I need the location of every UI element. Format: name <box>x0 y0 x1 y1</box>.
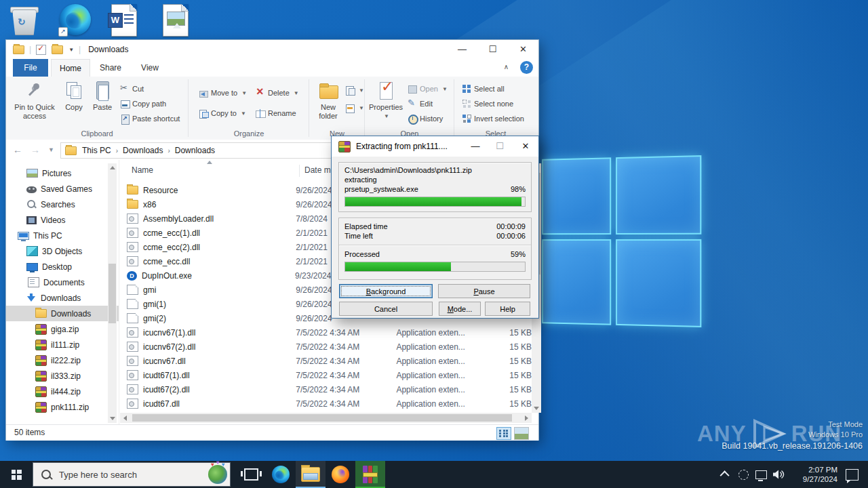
close-button[interactable]: ✕ <box>508 40 538 59</box>
action-center-button[interactable] <box>846 469 859 481</box>
sidebar-scrollbar[interactable] <box>108 163 117 423</box>
sidebar-item-downloads[interactable]: Downloads <box>6 306 119 321</box>
select-all-button[interactable]: Select all <box>462 82 505 96</box>
move-to-button[interactable]: Move to▼ <box>199 86 247 100</box>
file-row-icucnv67-dll[interactable]: icucnv67.dll7/5/2022 4:34 AMApplication … <box>120 354 532 368</box>
dialog-minimize-button[interactable]: — <box>464 136 487 157</box>
collapse-ribbon-chevron-icon[interactable]: ∧ <box>504 63 509 70</box>
file-row-icudt67-2-dll[interactable]: icudt67(2).dll7/5/2022 4:34 AMApplicatio… <box>120 382 532 396</box>
sidebar-item-searches[interactable]: Searches <box>6 197 119 212</box>
recent-locations-chevron-icon[interactable]: ▼ <box>48 146 54 153</box>
cancel-button[interactable]: Cancel <box>339 302 433 316</box>
paste-shortcut-button[interactable]: Paste shortcut <box>120 112 180 125</box>
paste-button[interactable]: Paste <box>89 81 116 112</box>
details-view-button[interactable] <box>496 427 511 440</box>
sidebar-item-downloads[interactable]: Downloads <box>6 290 119 306</box>
help-button[interactable]: ? <box>520 61 533 74</box>
file-explorer-taskbar-button[interactable] <box>296 461 326 488</box>
scrollbar-thumb[interactable] <box>108 264 116 323</box>
mode-button[interactable]: Mode... <box>439 302 481 316</box>
qat-properties-icon[interactable] <box>36 45 46 55</box>
file-row-icucnv67-2-dll[interactable]: icucnv67(2).dll7/5/2022 4:34 AMApplicati… <box>120 340 532 354</box>
tray-expand-button[interactable] <box>717 461 734 488</box>
sidebar-item-il222-zip[interactable]: il222.zip <box>6 352 119 368</box>
properties-button[interactable]: Properties ▼ <box>368 81 403 121</box>
breadcrumb-downloads[interactable]: Downloads <box>123 146 163 155</box>
delete-button[interactable]: Delete▼ <box>256 86 299 100</box>
sidebar-item-il111-zip[interactable]: il111.zip <box>6 337 119 352</box>
new-item-button[interactable]: ▼ <box>345 83 364 97</box>
copy-to-button[interactable]: Copy to▼ <box>199 106 246 120</box>
explorer-titlebar[interactable]: | ▼ | Downloads — ☐ ✕ <box>6 40 538 59</box>
forward-button[interactable]: → <box>31 144 40 155</box>
copy-path-button[interactable]: Copy path <box>120 97 166 110</box>
scrollbar-thumb[interactable] <box>132 414 512 422</box>
scroll-down-arrow-icon[interactable] <box>534 407 539 410</box>
open-button[interactable]: Open▼ <box>408 82 448 96</box>
tray-status-button[interactable] <box>734 461 752 488</box>
file-row-icudt67-1-dll[interactable]: icudt67(1).dll7/5/2022 4:34 AMApplicatio… <box>120 368 532 382</box>
sidebar-item-pnk111-zip[interactable]: pnk111.zip <box>6 399 119 415</box>
dialog-titlebar[interactable]: Extracting from pnk111.... — ☐ ✕ <box>332 136 538 157</box>
winrar-taskbar-button[interactable] <box>355 461 385 488</box>
maximize-button[interactable]: ☐ <box>477 40 508 59</box>
easy-access-button[interactable]: ▼ <box>345 101 364 115</box>
qat-new-folder-icon[interactable] <box>52 45 63 54</box>
scroll-down-arrow-icon[interactable] <box>110 417 115 420</box>
horizontal-scrollbar[interactable] <box>120 413 532 423</box>
qat-customize-chevron-icon[interactable]: ▼ <box>68 47 74 53</box>
breadcrumb-this-pc[interactable]: This PC <box>82 146 111 155</box>
sidebar-item-il333-zip[interactable]: il333.zip <box>6 368 119 384</box>
search-input[interactable]: Type here to search ♥ ♥ ♥ <box>33 462 231 487</box>
edge-desktop-icon[interactable]: ↗ <box>60 4 91 35</box>
volume-button[interactable] <box>770 461 787 488</box>
select-none-button[interactable]: Select none <box>462 97 513 110</box>
background-button[interactable]: Background <box>339 284 433 298</box>
search-highlight-globe-icon[interactable]: ♥ ♥ ♥ <box>208 465 227 484</box>
clock[interactable]: 2:07 PM 9/27/2024 <box>787 465 840 484</box>
pin-to-quick-access-button[interactable]: Pin to Quick access <box>12 81 58 121</box>
history-button[interactable]: History <box>408 112 443 125</box>
pause-button[interactable]: Pause <box>438 284 530 298</box>
scroll-up-arrow-icon[interactable] <box>110 166 115 169</box>
tab-view[interactable]: View <box>132 59 167 77</box>
new-folder-button[interactable]: New folder <box>313 81 344 121</box>
dialog-maximize-button[interactable]: ☐ <box>488 136 511 157</box>
dialog-close-button[interactable]: ✕ <box>514 136 537 157</box>
minimize-button[interactable]: — <box>447 40 477 59</box>
sidebar-item-il444-zip[interactable]: il444.zip <box>6 384 119 399</box>
sidebar-item-this-pc[interactable]: This PC <box>6 228 118 243</box>
sidebar-item-giga-zip[interactable]: giga.zip <box>6 321 119 337</box>
back-button[interactable]: ← <box>13 144 22 155</box>
file-row-icudt67-dll[interactable]: icudt67.dll7/5/2022 4:34 AMApplication e… <box>120 396 532 411</box>
breadcrumb-downloads-2[interactable]: Downloads <box>175 146 215 155</box>
tab-file[interactable]: File <box>13 59 48 77</box>
scroll-left-arrow-icon[interactable] <box>123 415 127 421</box>
large-icons-view-button[interactable] <box>514 427 529 440</box>
sidebar-item-3d-objects[interactable]: 3D Objects <box>6 243 119 259</box>
task-view-button[interactable] <box>236 461 266 488</box>
start-button[interactable] <box>0 461 33 488</box>
sidebar-item-desktop[interactable]: Desktop <box>6 259 119 274</box>
sidebar-item-documents[interactable]: Documents <box>6 274 119 290</box>
firefox-taskbar-button[interactable] <box>326 461 355 488</box>
word-document-icon[interactable]: W <box>111 4 137 37</box>
help-button-dialog[interactable]: Help <box>485 302 530 316</box>
file-row-icucnv67-1-dll[interactable]: icucnv67(1).dll7/5/2022 4:34 AMApplicati… <box>120 325 532 340</box>
tab-home[interactable]: Home <box>51 59 90 77</box>
sidebar-item-pictures[interactable]: Pictures <box>6 165 119 181</box>
image-file-icon[interactable] <box>163 4 189 37</box>
sidebar-item-saved-games[interactable]: Saved Games <box>6 181 119 197</box>
invert-selection-button[interactable]: Invert selection <box>462 112 524 125</box>
scroll-right-arrow-icon[interactable] <box>525 415 528 421</box>
network-button[interactable] <box>752 461 770 488</box>
edit-button[interactable]: Edit <box>408 97 433 110</box>
sidebar-item-videos[interactable]: Videos <box>6 212 119 228</box>
column-divider[interactable] <box>299 165 300 177</box>
rename-button[interactable]: Rename <box>256 106 296 120</box>
edge-taskbar-button[interactable] <box>266 461 296 488</box>
copy-button[interactable]: Copy <box>60 81 87 112</box>
tab-share[interactable]: Share <box>92 59 130 77</box>
recycle-bin-icon[interactable]: ↻ <box>12 4 37 35</box>
cut-button[interactable]: Cut <box>120 82 144 96</box>
